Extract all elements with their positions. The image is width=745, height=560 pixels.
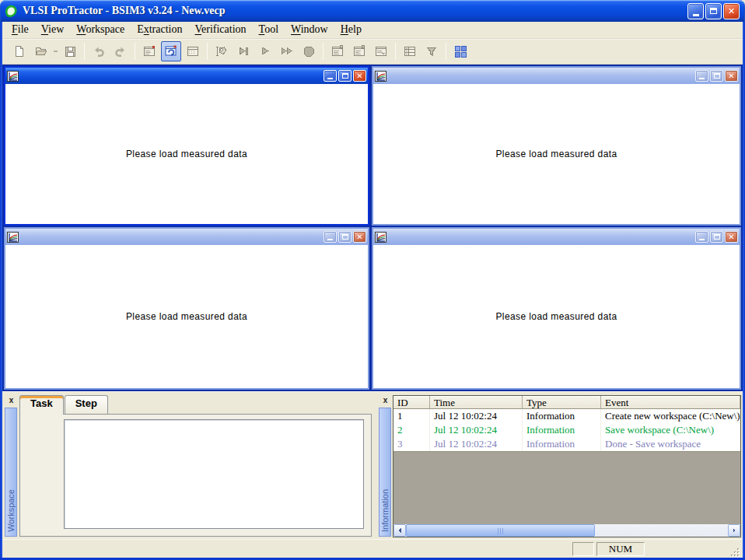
toolbar-separator xyxy=(135,43,135,60)
maximize-icon xyxy=(342,73,348,79)
menu-window[interactable]: Window xyxy=(285,23,334,37)
run-button[interactable] xyxy=(255,41,275,61)
toolbar-separator xyxy=(446,43,446,60)
scroll-right-button[interactable] xyxy=(728,524,740,537)
information-panel-close-button[interactable]: x xyxy=(380,395,390,405)
new-file-icon xyxy=(12,44,26,58)
close-icon: ✕ xyxy=(728,233,734,241)
menu-workspace[interactable]: Workspace xyxy=(70,23,131,37)
information-side-label: Information xyxy=(380,489,390,532)
child-caption-buttons: ✕ xyxy=(695,231,738,243)
table-row[interactable]: 1 Jul 12 10:02:24 Information Create new… xyxy=(393,409,740,423)
toolbar-separator xyxy=(323,43,324,60)
child-minimize-button[interactable] xyxy=(324,70,337,82)
new-file-button[interactable] xyxy=(9,41,30,61)
tile-windows-button[interactable] xyxy=(450,41,470,61)
child-close-button[interactable]: ✕ xyxy=(725,231,738,243)
report-window-2-button[interactable] xyxy=(349,41,369,61)
task-list[interactable] xyxy=(64,419,364,529)
event-log-table: ID Time Type Event 1 Jul 12 10:02:24 Inf… xyxy=(393,395,741,537)
table-row[interactable]: 3 Jul 12 10:02:24 Information Done - Sav… xyxy=(393,437,740,451)
tab-task[interactable]: Task xyxy=(19,395,64,415)
horizontal-scrollbar xyxy=(393,524,740,537)
column-header-type[interactable]: Type xyxy=(523,396,601,409)
scrollbar-track[interactable] xyxy=(406,524,728,537)
child-close-button[interactable]: ✕ xyxy=(725,70,738,82)
close-icon: ✕ xyxy=(728,7,735,16)
child-maximize-button[interactable] xyxy=(710,231,723,243)
plot-area[interactable]: Please load measured data xyxy=(5,84,368,224)
close-button[interactable]: ✕ xyxy=(723,3,740,19)
report-window-3-button[interactable] xyxy=(371,41,391,61)
child-title-bar[interactable]: ✕ xyxy=(5,68,368,84)
minimize-icon xyxy=(699,239,705,240)
child-close-button[interactable]: ✕ xyxy=(353,231,366,243)
open-button[interactable] xyxy=(31,41,51,61)
undo-button[interactable] xyxy=(89,41,109,61)
toolbar-separator xyxy=(84,43,85,60)
probe-tag-button[interactable] xyxy=(212,41,232,61)
menu-file[interactable]: File xyxy=(5,23,35,37)
task-tab-page xyxy=(19,414,372,537)
child-maximize-button[interactable] xyxy=(710,70,723,82)
mdi-window-bottom-left: ✕ Please load measured data xyxy=(4,227,369,390)
child-caption-buttons: ✕ xyxy=(324,231,366,243)
open-folder-icon xyxy=(34,44,48,58)
chevron-right-icon xyxy=(731,527,737,534)
stop-button[interactable] xyxy=(299,41,319,61)
menu-extraction[interactable]: Extraction xyxy=(131,23,188,37)
child-minimize-button[interactable] xyxy=(695,70,708,82)
filter-button[interactable] xyxy=(421,41,442,61)
menu-tool[interactable]: Tool xyxy=(253,23,285,37)
minimize-button[interactable] xyxy=(687,3,704,19)
child-title-bar[interactable]: ✕ xyxy=(5,229,368,245)
child-title-bar[interactable]: ✕ xyxy=(373,68,740,84)
column-header-time[interactable]: Time xyxy=(430,396,523,409)
maximize-icon xyxy=(342,234,348,240)
scroll-left-button[interactable] xyxy=(393,524,406,537)
child-maximize-button[interactable] xyxy=(338,231,352,243)
scrollbar-thumb[interactable] xyxy=(406,524,595,537)
save-button[interactable] xyxy=(60,41,80,61)
filter-icon xyxy=(425,44,439,58)
child-minimize-button[interactable] xyxy=(695,231,708,243)
child-maximize-button[interactable] xyxy=(338,70,352,82)
menu-help[interactable]: Help xyxy=(334,23,368,37)
parameter-grid-button[interactable] xyxy=(183,41,203,61)
status-message-area xyxy=(5,542,570,556)
workspace-panel-close-button[interactable]: x xyxy=(6,395,16,405)
status-pane-empty-2 xyxy=(647,542,728,556)
title-bar[interactable]: VLSI ProTractor - BSIM3 v3.24 - New.vecp… xyxy=(0,0,745,22)
menu-bar: File View Workspace Extraction Verificat… xyxy=(2,22,743,39)
refresh-plots-button[interactable] xyxy=(161,41,181,61)
step-forward-button[interactable] xyxy=(233,41,254,61)
task-window-button[interactable] xyxy=(139,41,159,61)
save-floppy-icon xyxy=(63,44,77,58)
data-table-button[interactable] xyxy=(400,41,420,61)
caption-buttons: ✕ xyxy=(687,3,740,19)
undo-icon xyxy=(92,44,106,58)
maximize-button[interactable] xyxy=(705,3,722,19)
open-dropdown-dash[interactable] xyxy=(54,51,58,52)
menu-view[interactable]: View xyxy=(35,23,71,37)
column-header-event[interactable]: Event xyxy=(601,396,740,409)
plot-window-icon xyxy=(375,232,386,243)
plot-area[interactable]: Please load measured data xyxy=(5,245,368,388)
redo-button[interactable] xyxy=(110,41,131,61)
plot-area[interactable]: Please load measured data xyxy=(373,84,740,224)
menu-verification[interactable]: Verification xyxy=(188,23,252,37)
panel-splitter[interactable] xyxy=(372,392,378,539)
child-minimize-button[interactable] xyxy=(324,231,337,243)
tab-step[interactable]: Step xyxy=(65,395,108,414)
resize-grip[interactable] xyxy=(729,545,740,558)
minimize-icon xyxy=(327,239,333,240)
column-header-id[interactable]: ID xyxy=(393,396,430,409)
table-row[interactable]: 2 Jul 12 10:02:24 Information Save works… xyxy=(393,423,740,437)
child-close-button[interactable]: ✕ xyxy=(353,70,366,82)
report-window-1-button[interactable] xyxy=(327,41,348,61)
run-icon xyxy=(258,44,272,58)
workspace-tabs: Task Step xyxy=(19,395,109,415)
plot-area[interactable]: Please load measured data xyxy=(373,245,740,388)
child-title-bar[interactable]: ✕ xyxy=(373,229,740,245)
run-all-button[interactable] xyxy=(277,41,297,61)
